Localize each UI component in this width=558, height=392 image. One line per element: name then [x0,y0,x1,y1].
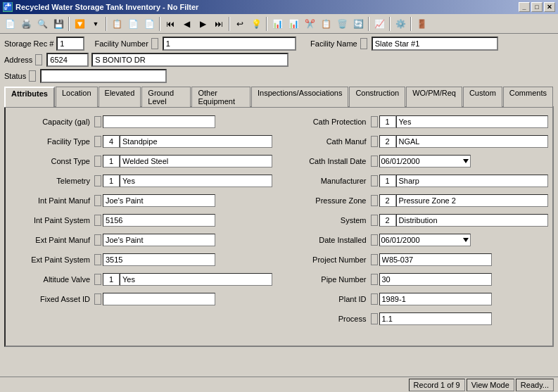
sep4 [229,17,230,31]
address-num-input[interactable] [46,53,89,67]
project-number-input[interactable] [379,253,492,266]
system-row: System [286,212,549,229]
ext-paint-system-row: Ext Paint System [10,251,272,268]
main-area: Storage Rec # Facility Number Facility N… [0,34,558,350]
toolbar-delete[interactable]: 🗑️ [334,16,350,32]
const-type-val[interactable] [120,155,272,167]
toolbar-filter[interactable]: 🔽 [72,16,87,32]
mode-status: View Mode [467,379,514,391]
toolbar-chart2[interactable]: 📊 [286,16,301,32]
tab-other-equipment[interactable]: Other Equipment [191,87,251,107]
tab-attributes[interactable]: Attributes [4,87,55,107]
facility-name-input[interactable] [372,37,498,51]
header-row3: Status [4,69,554,83]
capacity-row: Capacity (gal) [10,113,272,130]
toolbar-print[interactable]: 🖨️ [18,16,34,32]
process-input[interactable] [379,312,492,325]
process-label: Process [286,315,371,323]
minimize-button[interactable]: _ [519,2,530,12]
cath-protection-indicator [371,116,378,127]
tab-comments[interactable]: Comments [503,87,553,107]
cath-manuf-val[interactable] [396,135,549,148]
toolbar-cut[interactable]: ✂️ [302,16,317,32]
manufacturer-num[interactable] [379,175,396,187]
plant-id-input[interactable] [379,293,492,305]
fixed-asset-id-row: Fixed Asset ID [10,291,272,308]
maximize-button[interactable]: □ [531,2,543,12]
storage-rec-input[interactable] [56,37,84,51]
toolbar-first[interactable]: ⏮ [163,16,178,32]
tab-wo-pm-req[interactable]: WO/PM/Req [406,87,462,107]
const-type-indicator [94,156,101,167]
toolbar-settings[interactable]: ⚙️ [393,16,408,32]
system-num[interactable] [379,214,396,227]
sep7 [389,17,391,31]
status-input[interactable] [40,69,167,83]
tab-custom[interactable]: Custom [463,87,502,107]
toolbar-copy[interactable]: 📋 [109,16,125,32]
cath-install-date-indicator [371,156,378,167]
int-paint-manuf-input[interactable] [103,194,215,207]
cath-install-date-dropdown[interactable]: 06/01/2000 [379,155,471,167]
toolbar-exit[interactable]: 🚪 [414,16,429,32]
plant-id-label: Plant ID [286,295,371,303]
pressure-zone-indicator [371,195,378,206]
telemetry-num[interactable] [103,175,120,187]
int-paint-system-input[interactable] [103,214,215,227]
ext-paint-system-label: Ext Paint System [10,255,94,264]
telemetry-val[interactable] [120,175,272,187]
toolbar-prev[interactable]: ◀ [179,16,194,32]
pressure-zone-num[interactable] [379,194,396,207]
toolbar-filter2[interactable]: ▼ [88,16,103,32]
tab-inspections[interactable]: Inspections/Associations [251,87,348,107]
toolbar-paste[interactable]: 📄 [125,16,141,32]
telemetry-indicator [94,175,101,186]
toolbar-undo[interactable]: ↩ [232,16,248,32]
toolbar-chart1[interactable]: 📊 [270,16,285,32]
facility-type-num[interactable] [103,135,120,148]
cath-protection-label: Cath Protection [286,118,371,126]
toolbar-new[interactable]: 📄 [2,16,18,32]
pressure-zone-val[interactable] [396,194,549,207]
toolbar-search[interactable]: 🔍 [34,16,50,32]
fixed-asset-id-indicator [94,293,101,305]
toolbar-save[interactable]: 💾 [51,16,66,32]
int-paint-system-row: Int Paint System [10,212,272,229]
date-installed-dropdown[interactable]: 06/01/2000 [379,234,471,246]
facility-number-input[interactable] [163,37,296,51]
toolbar-info[interactable]: 💡 [248,16,264,32]
ext-paint-system-input[interactable] [103,253,215,266]
tab-construction[interactable]: Construction [349,87,405,107]
altitude-valve-indicator [94,274,101,285]
project-number-label: Project Number [286,255,371,264]
tab-location[interactable]: Location [56,87,98,107]
system-val[interactable] [396,214,549,227]
toolbar-page[interactable]: 📄 [141,16,157,32]
altitude-valve-val[interactable] [120,273,272,286]
sep6 [368,17,369,31]
capacity-input[interactable] [103,115,215,128]
toolbar-refresh[interactable]: 🔄 [350,16,366,32]
cath-manuf-num[interactable] [379,135,396,148]
pipe-number-input[interactable] [379,273,492,286]
facility-type-val[interactable] [120,135,272,148]
facility-number-indicator [151,38,158,49]
tab-ground-level[interactable]: Ground Level [141,87,191,107]
toolbar-report[interactable]: 📈 [372,16,387,32]
manufacturer-val[interactable] [396,175,549,187]
toolbar-copy2[interactable]: 📋 [318,16,334,32]
cath-protection-val[interactable] [396,115,549,128]
toolbar-last[interactable]: ⏭ [211,16,227,32]
const-type-num[interactable] [103,155,120,167]
fixed-asset-id-input[interactable] [103,293,215,305]
toolbar-next[interactable]: ▶ [195,16,210,32]
pressure-zone-row: Pressure Zone [286,192,549,209]
ext-paint-manuf-indicator [94,234,101,246]
left-column: Capacity (gal) Facility Type Const Type [10,113,272,330]
address-street-input[interactable] [91,53,288,67]
altitude-valve-num[interactable] [103,273,120,286]
cath-protection-num[interactable] [379,115,396,128]
tab-elevated[interactable]: Elevated [99,87,141,107]
ext-paint-manuf-input[interactable] [103,234,215,246]
close-button[interactable]: ✕ [544,2,555,12]
